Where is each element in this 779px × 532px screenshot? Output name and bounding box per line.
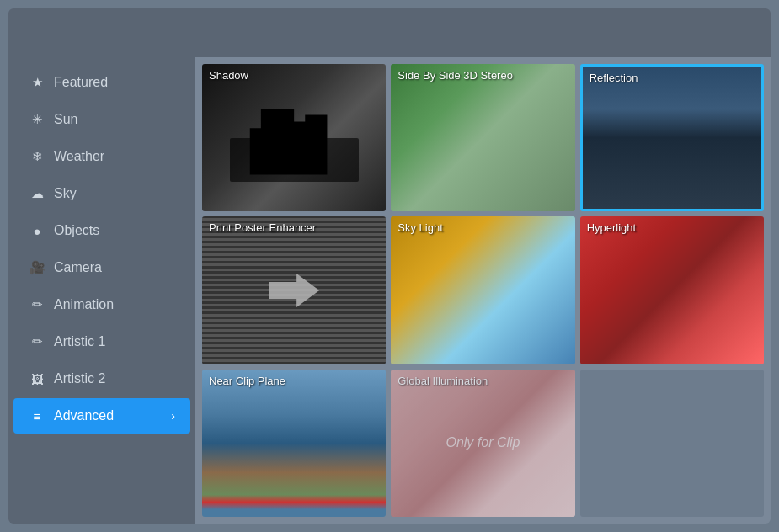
- effect-tile-empty[interactable]: [580, 370, 764, 517]
- sidebar-icon-artistic2: 🖼: [29, 372, 45, 386]
- sidebar-icon-camera: 🎥: [29, 260, 45, 275]
- sidebar-icon-weather: ❄: [29, 149, 45, 164]
- chevron-icon: ›: [171, 409, 175, 423]
- clip-only-overlay: Only for Clip: [391, 370, 574, 517]
- effect-label-sky-light: Sky Light: [398, 221, 442, 234]
- sidebar-icon-animation: ✏: [29, 297, 45, 312]
- sidebar-label-objects: Objects: [54, 223, 99, 238]
- header: [8, 8, 771, 57]
- effect-label-hyperlight: Hyperlight: [587, 221, 637, 234]
- sidebar-label-sky: Sky: [54, 186, 77, 201]
- effect-label-side-by-side: Side By Side 3D Stereo: [398, 69, 513, 82]
- sidebar-icon-advanced: ≡: [29, 409, 45, 423]
- clip-only-text: Only for Clip: [446, 435, 520, 450]
- sidebar-label-featured: Featured: [54, 75, 108, 90]
- sidebar-item-sun[interactable]: ✳ Sun: [13, 102, 190, 137]
- app-container: ★ Featured ✳ Sun ❄ Weather ☁ Sky ● Objec…: [8, 8, 771, 524]
- sidebar-item-objects[interactable]: ● Objects: [13, 213, 190, 248]
- sidebar: ★ Featured ✳ Sun ❄ Weather ☁ Sky ● Objec…: [8, 57, 195, 524]
- sidebar-label-animation: Animation: [54, 297, 114, 312]
- effect-tile-reflection[interactable]: Reflection: [580, 64, 764, 211]
- sidebar-item-weather[interactable]: ❄ Weather: [13, 139, 190, 174]
- effect-tile-shadow[interactable]: Shadow: [202, 64, 386, 211]
- effects-grid: ShadowSide By Side 3D StereoReflectionPr…: [195, 57, 771, 524]
- content-area: ★ Featured ✳ Sun ❄ Weather ☁ Sky ● Objec…: [8, 57, 771, 524]
- sidebar-label-advanced: Advanced: [54, 408, 114, 423]
- sidebar-icon-sun: ✳: [29, 112, 45, 127]
- effect-label-shadow: Shadow: [209, 69, 248, 82]
- sidebar-label-weather: Weather: [54, 149, 104, 164]
- sidebar-icon-artistic1: ✏: [29, 334, 45, 349]
- effect-tile-side-by-side[interactable]: Side By Side 3D Stereo: [391, 64, 574, 211]
- effect-tile-print-poster[interactable]: Print Poster Enhancer: [202, 216, 386, 364]
- sidebar-icon-objects: ●: [29, 224, 45, 238]
- sidebar-item-featured[interactable]: ★ Featured: [13, 65, 190, 100]
- sidebar-label-camera: Camera: [54, 260, 102, 275]
- sidebar-item-camera[interactable]: 🎥 Camera: [13, 250, 190, 285]
- sidebar-item-artistic2[interactable]: 🖼 Artistic 2: [13, 361, 190, 396]
- poster-arrow-graphic: [269, 274, 319, 307]
- effect-tile-sky-light[interactable]: Sky Light: [391, 216, 574, 364]
- effect-tile-hyperlight[interactable]: Hyperlight: [580, 216, 764, 364]
- effect-label-near-clip: Near Clip Plane: [209, 375, 285, 387]
- sidebar-icon-sky: ☁: [29, 186, 45, 201]
- shadow-building-graphic: [239, 109, 349, 175]
- effect-tile-near-clip[interactable]: Near Clip Plane: [202, 370, 386, 517]
- sidebar-item-animation[interactable]: ✏ Animation: [13, 287, 190, 322]
- effect-label-reflection: Reflection: [590, 72, 638, 84]
- effect-label-global-illum: Global Illumination: [398, 375, 488, 387]
- sidebar-label-artistic1: Artistic 1: [54, 334, 105, 349]
- sidebar-item-advanced[interactable]: ≡ Advanced ›: [13, 398, 190, 434]
- sidebar-label-artistic2: Artistic 2: [54, 371, 105, 386]
- sidebar-label-sun: Sun: [54, 112, 77, 127]
- effect-tile-global-illum[interactable]: Global IlluminationOnly for Clip: [391, 370, 574, 517]
- sidebar-icon-featured: ★: [29, 75, 45, 90]
- sidebar-item-artistic1[interactable]: ✏ Artistic 1: [13, 324, 190, 359]
- effect-label-print-poster: Print Poster Enhancer: [209, 221, 316, 234]
- sidebar-item-sky[interactable]: ☁ Sky: [13, 176, 190, 211]
